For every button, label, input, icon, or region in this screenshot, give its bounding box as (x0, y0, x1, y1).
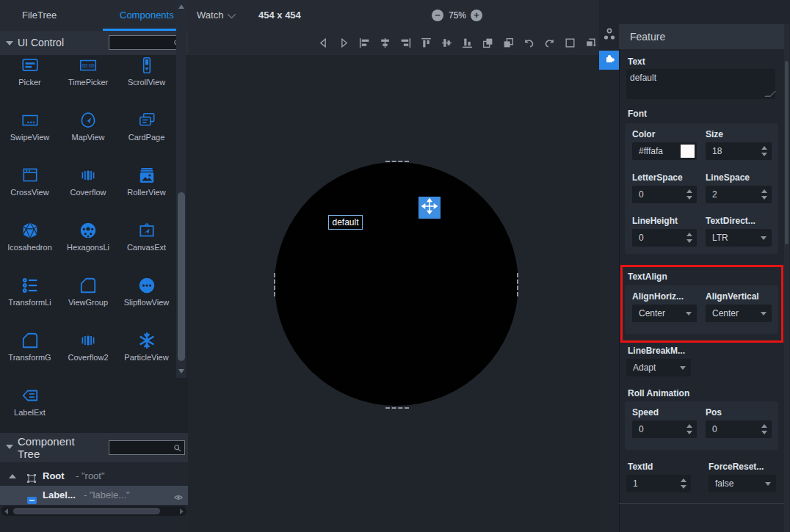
scroll-left-icon[interactable] (4, 509, 8, 514)
speed-stepper[interactable]: 0 (632, 420, 697, 438)
tree-search-box[interactable] (109, 440, 185, 455)
canvas-size-label: 454 x 454 (258, 10, 301, 21)
component-label: ViewGroup (59, 298, 117, 307)
nav-back-icon[interactable] (317, 37, 330, 49)
component-item-rollerview[interactable]: RollerView (117, 163, 175, 197)
component-label: Coverflow2 (59, 353, 117, 362)
redo-icon[interactable] (543, 37, 556, 49)
transform-icon[interactable] (584, 37, 597, 49)
panel-scrollbar[interactable] (784, 24, 789, 532)
tree-horizontal-scrollbar[interactable] (1, 506, 186, 516)
scrollview-icon (117, 55, 175, 75)
letterspace-stepper[interactable]: 0 (632, 186, 697, 203)
scrollbar-thumb[interactable] (785, 61, 789, 244)
font-color-field[interactable]: #fffafa (632, 142, 697, 160)
tree-row-root[interactable]: Root - "root" (0, 467, 188, 486)
textdirect-dropdown[interactable]: LTR (706, 229, 772, 247)
text-value-box: default (626, 69, 775, 99)
component-item-particleview[interactable]: ParticleView (117, 328, 175, 362)
component-item-icosahedron[interactable]: Icosahedron (1, 218, 59, 252)
component-item-crossview[interactable]: CrossView (1, 163, 59, 197)
group-nodes-icon[interactable] (601, 26, 617, 43)
component-item-swipeview[interactable]: SwipeView (1, 108, 59, 142)
component-item-hexagonsli[interactable]: HexagonsLi (59, 218, 117, 252)
align-center-horizontal-icon[interactable] (379, 37, 391, 49)
text-value-input[interactable]: default (626, 69, 775, 99)
stepper-arrows-icon[interactable] (761, 145, 768, 157)
tree-row-label[interactable]: Label... - "labele..." (0, 486, 188, 505)
ui-control-title: UI Control (18, 37, 64, 48)
watch-dropdown[interactable]: Watch (197, 10, 233, 21)
feature-plugin-tab[interactable] (599, 51, 619, 70)
crossview-icon (1, 163, 59, 185)
feature-section-header[interactable]: Feature (619, 24, 785, 49)
component-label: ParticleView (117, 353, 175, 362)
lineheight-stepper[interactable]: 0 (632, 229, 697, 247)
selection-dash-left (274, 273, 275, 296)
tab-filetree[interactable]: FileTree (22, 10, 57, 21)
transformli-icon (1, 273, 59, 295)
textid-stepper[interactable]: 1 (626, 475, 691, 492)
stepper-arrows-icon[interactable] (686, 232, 693, 244)
stepper-arrows-icon[interactable] (761, 423, 768, 435)
component-item-cardpage[interactable]: CardPage (117, 108, 175, 142)
design-canvas[interactable]: default (188, 55, 599, 532)
stepper-arrows-icon[interactable] (681, 478, 687, 489)
alignhoriz-dropdown[interactable]: Center (632, 305, 697, 322)
color-swatch[interactable] (681, 145, 695, 158)
component-grid-scrollbar[interactable] (176, 0, 186, 378)
scroll-down-icon[interactable] (178, 369, 184, 374)
font-size-stepper[interactable]: 18 (706, 142, 772, 160)
component-item-canvasext[interactable]: CanvasExt (117, 218, 175, 252)
zoom-out-button[interactable]: − (432, 10, 443, 21)
alignvertical-dropdown[interactable]: Center (706, 305, 772, 322)
undo-icon[interactable] (523, 37, 535, 49)
label-element[interactable]: default (328, 215, 363, 230)
component-item-timepicker[interactable]: 00:00TimePicker (59, 55, 117, 87)
forcereset-dropdown[interactable]: false (709, 475, 776, 492)
component-item-slipflowview[interactable]: SlipflowView (117, 273, 175, 307)
component-item-picker[interactable]: Picker (1, 55, 59, 87)
align-bottom-icon[interactable] (461, 37, 474, 49)
scrollbar-thumb[interactable] (13, 508, 160, 514)
scroll-right-icon[interactable] (180, 509, 184, 514)
scrollbar-thumb[interactable] (178, 192, 185, 361)
component-item-coverflow[interactable]: Coverflow (59, 163, 117, 197)
stepper-arrows-icon[interactable] (686, 189, 693, 200)
linespace-stepper[interactable]: 2 (706, 186, 772, 203)
zoom-in-button[interactable]: + (471, 10, 482, 21)
stepper-arrows-icon[interactable] (686, 423, 693, 435)
pos-stepper[interactable]: 0 (706, 420, 772, 438)
component-item-transformg[interactable]: TransformG (1, 328, 59, 362)
collapse-triangle-icon[interactable] (6, 41, 13, 45)
nav-forward-icon[interactable] (338, 37, 350, 49)
component-tree-header: Component Tree (0, 433, 188, 462)
component-search-box[interactable] (109, 35, 185, 50)
scroll-up-icon[interactable] (178, 4, 184, 9)
send-backward-icon[interactable] (502, 37, 515, 49)
selection-rect-icon[interactable] (564, 37, 576, 49)
dropdown-arrow-icon (686, 312, 692, 316)
component-item-scrollview[interactable]: ScrollView (117, 55, 175, 87)
tab-components[interactable]: Components (120, 10, 174, 21)
component-item-viewgroup[interactable]: ViewGroup (59, 273, 117, 307)
align-right-icon[interactable] (399, 37, 412, 49)
stepper-arrows-icon[interactable] (761, 189, 768, 200)
component-search-input[interactable] (111, 37, 173, 48)
expand-triangle-icon[interactable] (9, 474, 16, 478)
component-item-mapview[interactable]: MapView (59, 108, 117, 142)
component-item-labelext[interactable]: LabelExt (1, 383, 59, 417)
linebreak-dropdown[interactable]: Adapt (626, 359, 691, 376)
canvasext-icon (117, 218, 175, 240)
component-label: SwipeView (1, 133, 59, 142)
component-label: Picker (1, 78, 59, 87)
tree-search-input[interactable] (111, 442, 173, 453)
align-top-icon[interactable] (420, 37, 432, 49)
collapse-triangle-icon[interactable] (6, 445, 13, 449)
align-middle-vertical-icon[interactable] (441, 37, 453, 49)
component-item-coverflow2[interactable]: Coverflow2 (59, 328, 117, 362)
align-left-icon[interactable] (358, 37, 371, 49)
component-item-transformli[interactable]: TransformLi (1, 273, 59, 307)
bring-forward-icon[interactable] (482, 37, 494, 49)
move-handle[interactable] (418, 197, 441, 219)
